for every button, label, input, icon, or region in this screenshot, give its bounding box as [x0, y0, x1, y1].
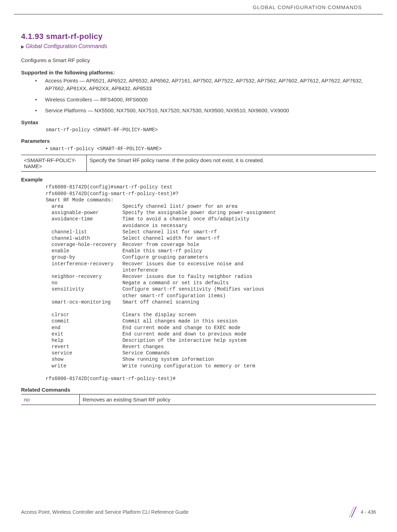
parameters-bullet-line: •smart-rf-policy <SMART-RF-POLICY-NAME>: [21, 145, 376, 152]
running-head-text: GLOBAL CONFIGURATION COMMANDS: [253, 4, 362, 10]
param-name-cell: <SMART-RF-POLICY-NAME>: [21, 155, 87, 172]
table-row: no Removes an existing Smart RF policy: [21, 394, 376, 405]
breadcrumb-arrow-icon: ▶: [21, 44, 24, 49]
example-heading: Example: [21, 177, 376, 182]
slash-icon: [350, 506, 358, 518]
parameters-heading: Parameters: [21, 138, 376, 144]
page-number: 4 - 436: [360, 509, 376, 515]
parameters-table: <SMART-RF-POLICY-NAME> Specify the Smart…: [21, 155, 376, 172]
related-cmd-cell[interactable]: no: [21, 394, 80, 405]
running-head: GLOBAL CONFIGURATION COMMANDS: [14, 0, 383, 14]
list-item: Access Points — AP6521, AP6522, AP6532, …: [35, 77, 376, 92]
example-code: rfs6000-81742D(config)#smart-rf-policy t…: [21, 184, 376, 382]
footer-guide-title: Access Point, Wireless Controller and Se…: [21, 509, 188, 515]
platforms-heading: Supported in the following platforms:: [21, 69, 376, 75]
related-table: no Removes an existing Smart RF policy: [21, 394, 376, 405]
list-item: Wireless Controllers — RFS4000, RFS6000: [35, 96, 376, 104]
parameters-bullet-text: smart-rf-policy <SMART-RF-POLICY-NAME>: [50, 146, 162, 152]
breadcrumb-text: Global Configuration Commands: [26, 43, 107, 49]
breadcrumb[interactable]: ▶Global Configuration Commands: [21, 43, 376, 49]
page-footer: Access Point, Wireless Controller and Se…: [21, 506, 376, 518]
list-item: Service Platforms — NX5500, NX7500, NX75…: [35, 107, 376, 114]
platforms-list: Access Points — AP6521, AP6522, AP6532, …: [21, 77, 376, 114]
related-heading: Related Commands: [21, 387, 376, 393]
param-desc-cell: Specify the Smart RF policy name. If the…: [87, 155, 376, 172]
intro-text: Configures a Smart RF policy: [21, 57, 376, 63]
syntax-heading: Syntax: [21, 119, 376, 125]
table-row: <SMART-RF-POLICY-NAME> Specify the Smart…: [21, 155, 376, 172]
section-title: 4.1.93 smart-rf-policy: [21, 32, 376, 41]
syntax-line: smart-rf-policy <SMART-RF-POLICY-NAME>: [21, 127, 376, 133]
footer-pagenum: 4 - 436: [350, 506, 376, 518]
related-desc-cell: Removes an existing Smart RF policy: [80, 394, 376, 405]
related-cmd-text: no: [24, 397, 30, 403]
